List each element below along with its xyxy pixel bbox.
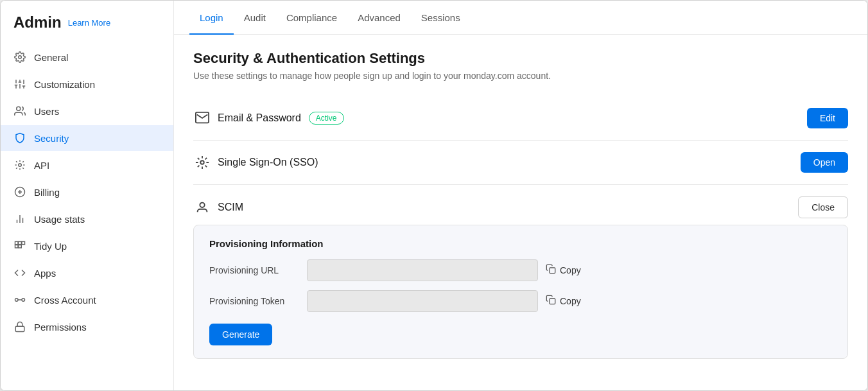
sidebar-item-label-usage-stats: Usage stats xyxy=(34,214,85,225)
svg-point-24 xyxy=(22,299,25,302)
page-subtitle: Use these settings to manage how people … xyxy=(193,71,848,81)
svg-point-10 xyxy=(17,107,21,110)
learn-more-link[interactable]: Learn More xyxy=(68,18,110,28)
sidebar-item-label-cross-account: Cross Account xyxy=(34,295,96,306)
svg-rect-29 xyxy=(550,268,555,274)
sidebar-item-apps[interactable]: Apps xyxy=(1,260,173,286)
sidebar-item-security[interactable]: Security xyxy=(1,125,173,151)
tab-advanced[interactable]: Advanced xyxy=(347,1,411,35)
sidebar-item-label-apps: Apps xyxy=(34,268,56,279)
provisioning-token-input[interactable] xyxy=(307,290,538,312)
svg-point-27 xyxy=(200,161,204,164)
sidebar: Admin Learn More General Customization xyxy=(1,1,174,390)
provisioning-token-label: Provisioning Token xyxy=(209,296,299,306)
lock-icon xyxy=(13,320,26,333)
dollar-icon xyxy=(13,186,26,198)
email-password-label: Email & Password Active xyxy=(218,112,807,125)
sso-icon xyxy=(193,155,211,169)
tab-login[interactable]: Login xyxy=(189,1,234,35)
cross-account-icon xyxy=(13,293,26,306)
open-button[interactable]: Open xyxy=(801,152,848,173)
tab-audit[interactable]: Audit xyxy=(234,1,276,35)
chart-icon xyxy=(13,213,26,225)
content-area: Security & Authentication Settings Use t… xyxy=(174,35,867,390)
svg-rect-20 xyxy=(22,241,25,245)
provisioning-url-input[interactable] xyxy=(307,259,538,281)
tidy-icon xyxy=(13,239,26,252)
shield-icon xyxy=(13,132,26,144)
provisioning-url-label: Provisioning URL xyxy=(209,265,299,275)
sidebar-item-permissions[interactable]: Permissions xyxy=(1,314,173,340)
svg-rect-22 xyxy=(19,245,22,248)
sidebar-item-label-customization: Customization xyxy=(34,79,95,90)
copy-token-label: Copy xyxy=(560,296,581,306)
sidebar-item-label-general: General xyxy=(34,52,68,63)
scim-label: SCIM xyxy=(218,202,798,213)
svg-point-28 xyxy=(200,203,204,207)
gear-icon xyxy=(13,51,26,64)
sidebar-item-general[interactable]: General xyxy=(1,44,173,70)
generate-button[interactable]: Generate xyxy=(209,324,272,345)
copy-token-button[interactable]: Copy xyxy=(546,295,581,308)
copy-url-label: Copy xyxy=(560,265,581,275)
sidebar-item-label-users: Users xyxy=(34,106,59,117)
svg-rect-19 xyxy=(19,241,22,245)
svg-point-11 xyxy=(19,164,22,167)
active-badge: Active xyxy=(309,112,344,125)
sidebar-item-label-tidy-up: Tidy Up xyxy=(34,241,67,252)
tabs-bar: Login Audit Compliance Advanced Sessions xyxy=(174,1,867,35)
svg-point-0 xyxy=(19,56,22,59)
provisioning-token-field: Provisioning Token Copy xyxy=(209,290,832,312)
tab-compliance[interactable]: Compliance xyxy=(276,1,347,35)
sidebar-item-label-api: API xyxy=(34,160,49,171)
sidebar-item-users[interactable]: Users xyxy=(1,98,173,124)
sidebar-item-label-billing: Billing xyxy=(34,187,60,198)
sidebar-item-cross-account[interactable]: Cross Account xyxy=(1,287,173,313)
sso-label: Single Sign-On (SSO) xyxy=(218,157,801,168)
email-password-row: Email & Password Active Edit xyxy=(193,96,848,141)
provisioning-url-field: Provisioning URL Copy xyxy=(209,259,832,281)
svg-rect-26 xyxy=(15,326,24,331)
scim-expand-panel: Provisioning Information Provisioning UR… xyxy=(193,225,848,359)
sidebar-item-api[interactable]: API xyxy=(1,152,173,178)
users-icon xyxy=(13,105,26,117)
copy-token-icon xyxy=(546,295,556,308)
sidebar-item-usage-stats[interactable]: Usage stats xyxy=(1,206,173,232)
sidebar-item-customization[interactable]: Customization xyxy=(1,71,173,97)
copy-url-icon xyxy=(546,264,556,277)
admin-title: Admin xyxy=(13,13,62,31)
sidebar-nav: General Customization Users xyxy=(1,44,173,340)
copy-url-button[interactable]: Copy xyxy=(546,264,581,277)
main-content: Login Audit Compliance Advanced Sessions… xyxy=(174,1,867,390)
close-button[interactable]: Close xyxy=(798,196,848,218)
sliders-icon xyxy=(13,78,26,91)
sidebar-item-billing[interactable]: Billing xyxy=(1,179,173,205)
sidebar-item-label-permissions: Permissions xyxy=(34,322,87,333)
provisioning-info-title: Provisioning Information xyxy=(209,238,832,249)
svg-point-23 xyxy=(15,299,19,302)
sidebar-header: Admin Learn More xyxy=(1,13,173,44)
svg-rect-18 xyxy=(15,241,19,245)
sidebar-item-tidy-up[interactable]: Tidy Up xyxy=(1,233,173,259)
svg-rect-30 xyxy=(550,299,555,304)
code-icon xyxy=(13,266,26,279)
sidebar-item-label-security: Security xyxy=(34,133,69,144)
svg-rect-21 xyxy=(15,245,19,248)
scim-row: SCIM Close Provisioning Information Prov… xyxy=(193,185,848,370)
tab-sessions[interactable]: Sessions xyxy=(411,1,471,35)
api-icon xyxy=(13,159,26,171)
scim-icon xyxy=(193,200,211,214)
page-title: Security & Authentication Settings xyxy=(193,50,848,67)
edit-button[interactable]: Edit xyxy=(807,108,848,128)
email-icon xyxy=(193,111,211,125)
sso-row: Single Sign-On (SSO) Open xyxy=(193,141,848,185)
